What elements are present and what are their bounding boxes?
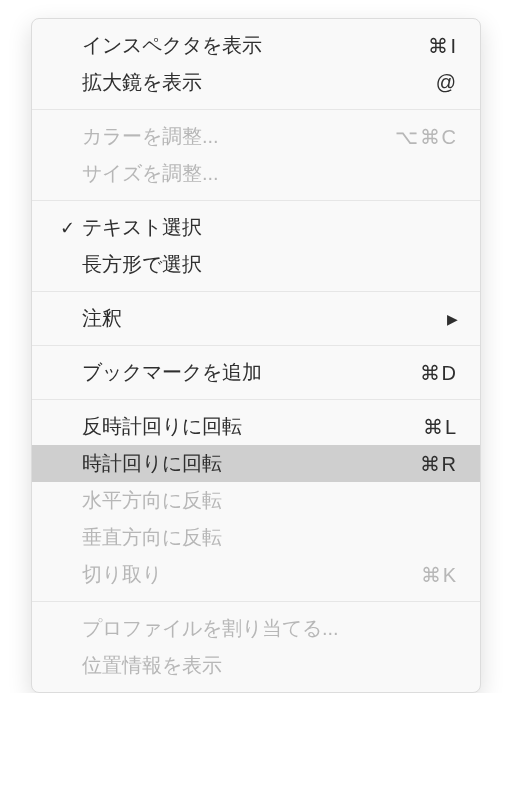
menu-item-label: 位置情報を表示 <box>82 652 458 679</box>
menu-item: 位置情報を表示 <box>32 647 480 684</box>
menu-item[interactable]: 長方形で選択 <box>32 246 480 283</box>
menu-item-label: サイズを調整... <box>82 160 458 187</box>
menu-item-label: プロファイルを割り当てる... <box>82 615 458 642</box>
menu-item: 水平方向に反転 <box>32 482 480 519</box>
menu-item[interactable]: インスペクタを表示⌘I <box>32 27 480 64</box>
menu-item-shortcut: @ <box>436 71 458 94</box>
menu-separator <box>32 345 480 346</box>
menu-item-label: 注釈 <box>82 305 447 332</box>
menu-item-label: カラーを調整... <box>82 123 395 150</box>
menu-separator <box>32 109 480 110</box>
menu-item-shortcut: ⌘L <box>423 415 458 439</box>
menu-item: カラーを調整...⌥⌘C <box>32 118 480 155</box>
menu-item[interactable]: ブックマークを追加⌘D <box>32 354 480 391</box>
menu-item-shortcut: ⌘I <box>428 34 458 58</box>
menu-item-shortcut: ⌘R <box>420 452 458 476</box>
menu-item: 切り取り⌘K <box>32 556 480 593</box>
menu-item-label: 時計回りに回転 <box>82 450 420 477</box>
menu-item: サイズを調整... <box>32 155 480 192</box>
menu-item-label: インスペクタを表示 <box>82 32 428 59</box>
menu-item[interactable]: 注釈▶ <box>32 300 480 337</box>
menu-item[interactable]: 拡大鏡を表示@ <box>32 64 480 101</box>
menu-item[interactable]: 時計回りに回転⌘R <box>32 445 480 482</box>
menu-item: プロファイルを割り当てる... <box>32 610 480 647</box>
menu-item-shortcut: ⌘K <box>421 563 458 587</box>
menu-separator <box>32 601 480 602</box>
menu-item-label: 拡大鏡を表示 <box>82 69 436 96</box>
menu-item-label: 切り取り <box>82 561 421 588</box>
menu-item-label: ブックマークを追加 <box>82 359 420 386</box>
menu-separator <box>32 399 480 400</box>
menu-separator <box>32 200 480 201</box>
menu-item-shortcut: ⌘D <box>420 361 458 385</box>
context-menu: インスペクタを表示⌘I拡大鏡を表示@カラーを調整...⌥⌘Cサイズを調整...✓… <box>31 18 481 693</box>
menu-item-label: 長方形で選択 <box>82 251 458 278</box>
menu-item-label: テキスト選択 <box>82 214 458 241</box>
menu-item: 垂直方向に反転 <box>32 519 480 556</box>
menu-item[interactable]: ✓テキスト選択 <box>32 209 480 246</box>
menu-item-shortcut: ⌥⌘C <box>395 125 458 149</box>
check-icon: ✓ <box>52 217 82 239</box>
menu-item-label: 反時計回りに回転 <box>82 413 423 440</box>
menu-item[interactable]: 反時計回りに回転⌘L <box>32 408 480 445</box>
chevron-right-icon: ▶ <box>447 311 458 327</box>
menu-separator <box>32 291 480 292</box>
menu-item-label: 垂直方向に反転 <box>82 524 458 551</box>
menu-item-label: 水平方向に反転 <box>82 487 458 514</box>
